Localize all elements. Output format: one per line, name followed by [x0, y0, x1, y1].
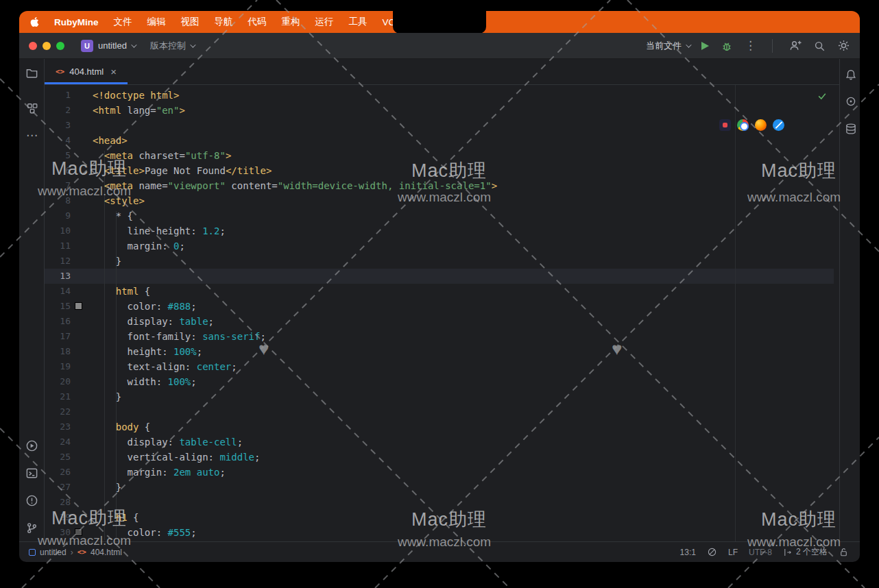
code-line[interactable]: color: #888;: [93, 299, 839, 314]
line-number[interactable]: 15: [45, 299, 71, 314]
code-line[interactable]: [93, 404, 839, 419]
line-number[interactable]: 4: [45, 133, 71, 148]
line-number[interactable]: 12: [45, 254, 71, 269]
settings-gear-icon[interactable]: [837, 39, 850, 52]
search-everywhere-button[interactable]: [813, 40, 826, 52]
more-actions-button[interactable]: ⋮: [745, 40, 756, 51]
firefox-icon[interactable]: [755, 119, 767, 131]
line-number[interactable]: 2: [45, 103, 71, 118]
tab-close-icon[interactable]: ×: [110, 66, 117, 77]
line-number[interactable]: 18: [45, 344, 71, 359]
database-icon[interactable]: [843, 121, 858, 136]
debug-button[interactable]: [721, 40, 733, 52]
zoom-window-button[interactable]: [56, 42, 64, 50]
run-configuration-selector[interactable]: 当前文件: [646, 40, 690, 52]
line-number[interactable]: 26: [45, 465, 71, 480]
close-window-button[interactable]: [29, 42, 37, 50]
code-line[interactable]: <style>: [93, 193, 839, 208]
line-number[interactable]: 24: [45, 434, 71, 450]
menu-item[interactable]: 导航: [215, 16, 233, 28]
chrome-icon[interactable]: [737, 119, 749, 131]
editor-area[interactable]: 1234567891011121314151617181920212223242…: [45, 85, 839, 541]
line-number[interactable]: 14: [45, 284, 71, 299]
indent-widget[interactable]: 2 个空格: [783, 546, 828, 558]
code-line[interactable]: <head>: [93, 133, 839, 148]
code-line[interactable]: <!doctype html>: [93, 88, 839, 103]
line-number[interactable]: 22: [45, 404, 71, 419]
menu-item[interactable]: 代码: [248, 16, 267, 28]
code-line[interactable]: color: #555;: [93, 525, 839, 540]
apple-menu-icon[interactable]: [30, 16, 39, 27]
line-number[interactable]: 16: [45, 314, 71, 329]
line-number[interactable]: 3: [45, 118, 71, 133]
code-line[interactable]: line-height: 1.2;: [93, 223, 839, 238]
encoding-widget[interactable]: UTF-8: [749, 548, 772, 557]
code-line[interactable]: <html lang="en">: [93, 103, 839, 118]
code-line[interactable]: body {: [93, 419, 839, 434]
caret-position-widget[interactable]: 13:1: [680, 548, 696, 557]
line-number[interactable]: 10: [45, 223, 71, 238]
highlighting-off-icon[interactable]: [707, 547, 717, 557]
problems-icon[interactable]: [25, 493, 39, 508]
inspections-ok-icon[interactable]: [817, 90, 828, 106]
code-line[interactable]: width: 100%;: [93, 374, 839, 389]
line-number[interactable]: 13: [45, 269, 71, 284]
code-line[interactable]: <title>Page Not Found</title>: [93, 163, 839, 178]
breadcrumb-file[interactable]: 404.html: [91, 548, 122, 557]
code-line[interactable]: [93, 269, 839, 284]
code-line[interactable]: }: [93, 389, 839, 404]
code-line[interactable]: text-align: center;: [93, 359, 839, 374]
project-widget[interactable]: U untitled: [81, 40, 135, 52]
code-line[interactable]: margin: 2em auto;: [93, 465, 839, 480]
code-line[interactable]: * {: [93, 208, 839, 223]
code-line[interactable]: display: table-cell;: [93, 434, 839, 450]
menu-item[interactable]: 运行: [315, 16, 334, 28]
menu-item[interactable]: 视图: [181, 16, 200, 28]
line-number[interactable]: 7: [45, 178, 71, 193]
code-line[interactable]: <meta charset="utf-8">: [93, 148, 839, 163]
code-line[interactable]: vertical-align: middle;: [93, 450, 839, 465]
code-line[interactable]: [93, 495, 839, 510]
line-number[interactable]: 27: [45, 480, 71, 495]
ai-assistant-icon[interactable]: [843, 94, 858, 108]
vcs-widget[interactable]: 版本控制: [150, 40, 194, 52]
notifications-bell-icon[interactable]: [843, 67, 858, 82]
code-line[interactable]: font-family: sans-serif;: [93, 329, 839, 344]
line-number[interactable]: 28: [45, 495, 71, 510]
code-line[interactable]: <meta name="viewport" content="width=dev…: [93, 178, 839, 193]
menu-item[interactable]: 文件: [114, 16, 132, 28]
line-number[interactable]: 8: [45, 193, 71, 208]
line-separator-widget[interactable]: LF: [728, 548, 738, 557]
code-line[interactable]: }: [93, 480, 839, 495]
code-line[interactable]: display: table;: [93, 314, 839, 329]
color-swatch[interactable]: [75, 302, 82, 310]
line-number[interactable]: 11: [45, 238, 71, 254]
line-number[interactable]: 9: [45, 208, 71, 223]
menu-item[interactable]: 重构: [282, 16, 300, 28]
line-number[interactable]: 25: [45, 450, 71, 465]
breadcrumb-module[interactable]: untitled: [40, 548, 67, 557]
minimize-window-button[interactable]: [43, 42, 51, 50]
code-line[interactable]: margin: 0;: [93, 238, 839, 254]
line-number[interactable]: 5: [45, 148, 71, 163]
menu-item[interactable]: 工具: [349, 16, 368, 28]
menu-item[interactable]: 编辑: [147, 16, 166, 28]
code-line[interactable]: h1 {: [93, 510, 839, 525]
line-number[interactable]: 20: [45, 374, 71, 389]
line-number[interactable]: 23: [45, 419, 71, 434]
menubar-app-name[interactable]: RubyMine: [54, 17, 99, 27]
project-folder-icon[interactable]: [25, 66, 39, 80]
tab-404-html[interactable]: <> 404.html ×: [45, 59, 128, 84]
code-line[interactable]: }: [93, 254, 839, 269]
more-tool-windows-icon[interactable]: ⋯: [25, 128, 39, 143]
safari-icon[interactable]: [773, 119, 784, 131]
line-number[interactable]: 29: [45, 510, 71, 525]
run-button[interactable]: [701, 42, 709, 50]
line-number[interactable]: 30: [45, 525, 71, 540]
builtin-preview-icon[interactable]: [719, 119, 731, 131]
line-number[interactable]: 21: [45, 389, 71, 404]
services-icon[interactable]: [25, 439, 39, 453]
line-number[interactable]: 19: [45, 359, 71, 374]
color-swatch[interactable]: [75, 528, 82, 536]
line-number[interactable]: 1: [45, 88, 71, 103]
